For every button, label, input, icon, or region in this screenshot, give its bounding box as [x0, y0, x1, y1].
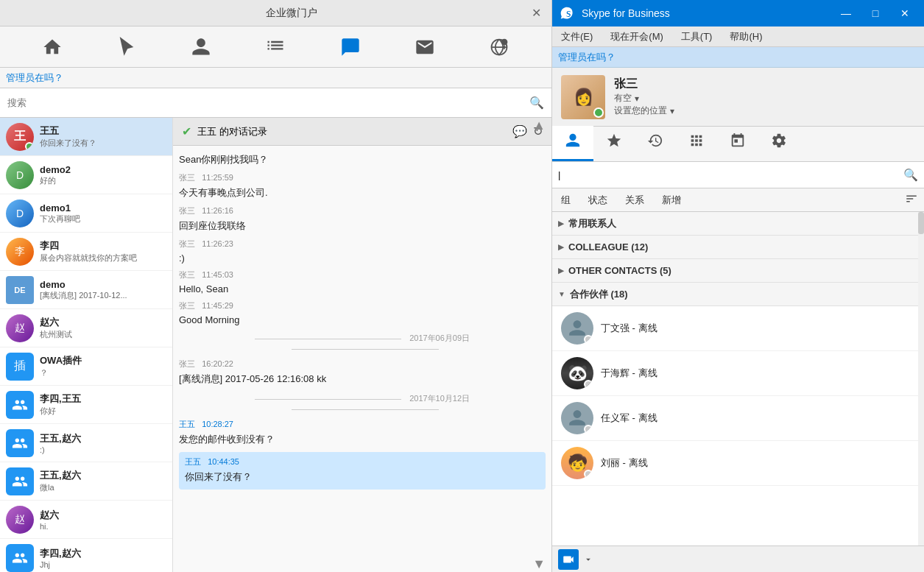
avatar-owa: 插 — [6, 353, 34, 381]
group-arrow-colleague: ▶ — [558, 243, 564, 251]
group-tab-relation[interactable]: 关系 — [622, 192, 647, 208]
status-dot-dingwenqiang — [584, 335, 593, 344]
person-icon[interactable] — [185, 31, 217, 63]
group-tab-groups[interactable]: 组 — [558, 192, 574, 208]
profile-avatar[interactable]: 👩 — [561, 75, 605, 119]
contact-info-dingwenqiang: 丁文强 - 离线 — [601, 322, 657, 335]
list-icon[interactable] — [259, 31, 292, 63]
skype-search-input[interactable] — [558, 169, 903, 180]
avatar-yuhaihui: 🐼 — [561, 357, 593, 389]
contact-name-zhaoliu2: 赵六 — [40, 509, 166, 522]
contact-name-zhaoliu: 赵六 — [40, 316, 166, 329]
contact-name-wangwuzhaoliu2: 王五,赵六 — [40, 469, 166, 482]
skype-contact-dingwenqiang[interactable]: 丁文强 - 离线 — [552, 306, 924, 351]
tab-apps[interactable] — [676, 126, 717, 161]
avatar-lisi: 李 — [6, 238, 34, 266]
chat-title-text: 王五 的对话记录 — [197, 125, 267, 138]
left-menu-bar: 管理员在吗？ — [0, 68, 551, 88]
contact-item-demo1[interactable]: D demo1 下次再聊吧 — [0, 194, 172, 233]
chat-icon[interactable] — [334, 31, 367, 63]
search-bar: 🔍 — [0, 88, 551, 118]
skype-contact-yuhaihui[interactable]: 🐼 于海辉 - 离线 — [552, 351, 924, 396]
contact-item-demo[interactable]: DE demo [离线消息] 2017-10-12... — [0, 271, 172, 309]
menu-meeting[interactable]: 现在开会(M) — [607, 29, 666, 45]
status-dot-renyijun — [584, 425, 593, 434]
contact-info-lisiwangwu: 李四,王五 你好 — [40, 392, 166, 417]
contact-item-owa[interactable]: 插 OWA插件 ？ — [0, 347, 172, 386]
home-icon[interactable] — [36, 31, 68, 63]
skype-contact-liuli[interactable]: 🧒 刘丽 - 离线 — [552, 441, 924, 486]
tab-favorites[interactable] — [593, 126, 635, 161]
contact-name-renyijun: 任义军 - 离线 — [601, 412, 657, 425]
menu-tools[interactable]: 工具(T) — [678, 29, 716, 45]
menu-help[interactable]: 帮助(H) — [727, 29, 765, 45]
tab-settings[interactable] — [758, 126, 800, 161]
contact-status-zhaoliu: 杭州测试 — [40, 329, 166, 340]
tab-calendar[interactable] — [717, 126, 758, 161]
group-header-partner[interactable]: ▼ 合作伙伴 (18) — [552, 283, 924, 306]
avatar-wangwu: 王 — [6, 123, 34, 151]
profile-location[interactable]: 设置您的位置 ▾ — [614, 105, 674, 117]
scrollbar-thumb[interactable] — [918, 212, 924, 234]
cursor-icon[interactable] — [110, 31, 143, 63]
contact-item-wangwuzhaoliu2[interactable]: 王五,赵六 微la — [0, 462, 172, 501]
group-arrow-other-contacts: ▶ — [558, 266, 564, 275]
profile-availability[interactable]: 有空 ▾ — [614, 92, 674, 105]
msg-text-9: 你回来了没有？ — [185, 469, 540, 485]
contact-info-wangwuzhaoliu: 王五,赵六 :) — [40, 432, 166, 454]
scroll-up-arrow[interactable]: ▲ — [532, 118, 546, 133]
group-name-colleague: COLLEAGUE (12) — [568, 241, 648, 253]
contact-item-wangwu[interactable]: 王 王五 你回来了没有？ — [0, 118, 172, 156]
mail-icon[interactable] — [409, 31, 441, 63]
group-header-frequent[interactable]: ▶ 常用联系人 — [552, 212, 924, 236]
msg-sender-4: 张三 11:26:23 — [179, 239, 546, 250]
search-icon[interactable]: 🔍 — [529, 96, 544, 110]
profile-name: 张三 — [614, 77, 674, 92]
favorites-tab-icon — [606, 133, 622, 152]
msg-text-1: Sean你刚刚找我吗？ — [179, 152, 546, 168]
group-tab-status[interactable]: 状态 — [585, 192, 610, 208]
globe-pin-icon[interactable] — [483, 31, 515, 63]
contact-item-zhaoliu[interactable]: 赵 赵六 杭州测试 — [0, 309, 172, 347]
bottom-video-icon[interactable] — [558, 549, 579, 570]
close-button[interactable]: ✕ — [529, 7, 543, 20]
admin-query-right: 管理员在吗？ — [558, 51, 616, 64]
contact-item-zhaoliu2[interactable]: 赵 赵六 hi. — [0, 501, 172, 539]
bottom-dropdown-icon[interactable] — [582, 553, 595, 566]
group-tab-add[interactable]: 新增 — [659, 192, 684, 208]
contact-item-demo2[interactable]: D demo2 好的 — [0, 156, 172, 194]
skype-contact-renyijun[interactable]: 任义军 - 离线 — [552, 396, 924, 441]
skype-search-icon[interactable]: 🔍 — [903, 168, 918, 182]
contact-item-lisi[interactable]: 李 李四 展会内容就就找你的方案吧 — [0, 233, 172, 271]
window-controls: — □ ✕ — [833, 0, 918, 27]
contact-info-demo1: demo1 下次再聊吧 — [40, 202, 166, 225]
maximize-button[interactable]: □ — [862, 0, 889, 27]
search-input[interactable] — [7, 97, 529, 108]
menu-file[interactable]: 文件(E) — [558, 29, 596, 45]
msg-row-9: 王五 10:44:35 你回来了没有？ — [179, 452, 546, 490]
avatar-renyijun — [561, 402, 593, 434]
skype-titlebar: Skype for Business — □ ✕ — [552, 0, 924, 27]
sort-icon[interactable] — [905, 192, 918, 208]
contact-name-liuli: 刘丽 - 离线 — [601, 456, 648, 470]
group-header-colleague[interactable]: ▶ COLLEAGUE (12) — [552, 236, 924, 259]
msg-row-3: 张三 11:26:16 回到座位我联络 — [179, 205, 546, 234]
history-tab-icon — [647, 133, 663, 152]
contact-name-demo: demo — [40, 279, 166, 290]
chat-bubble-icon[interactable]: 💬 — [512, 124, 527, 138]
admin-query-left[interactable]: 管理员在吗？ — [6, 71, 63, 85]
tab-history[interactable] — [635, 126, 676, 161]
skype-panel: Skype for Business — □ ✕ 文件(E) 现在开会(M) 工… — [552, 0, 924, 572]
contact-info-liuli: 刘丽 - 离线 — [601, 456, 648, 470]
group-header-other-contacts[interactable]: ▶ OTHER CONTACTS (5) — [552, 259, 924, 283]
contact-item-wangwuzhaoliu[interactable]: 王五,赵六 :) — [0, 424, 172, 462]
tab-contacts[interactable] — [552, 126, 593, 161]
date-divider-1: 2017年06月09日 — [179, 333, 546, 353]
msg-text-8: 发您的邮件收到没有？ — [179, 431, 546, 448]
msg-row-8: 王五 10:28:27 发您的邮件收到没有？ — [179, 419, 546, 448]
contact-item-lisizhaoliu[interactable]: 李四,赵六 Jhj — [0, 539, 172, 572]
scroll-down-arrow[interactable]: ▼ — [532, 557, 546, 572]
close-button-skype[interactable]: ✕ — [892, 0, 918, 27]
contact-item-lisiwangwu[interactable]: 李四,王五 你好 — [0, 386, 172, 424]
minimize-button[interactable]: — — [833, 0, 859, 27]
